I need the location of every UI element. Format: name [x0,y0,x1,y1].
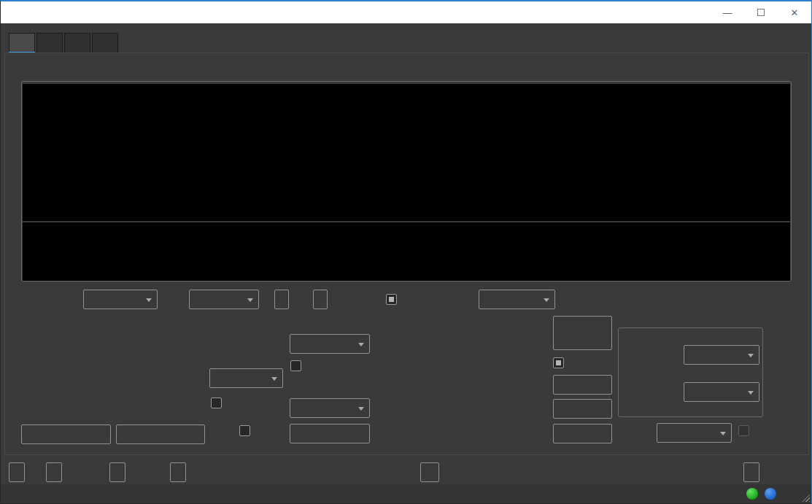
log-button[interactable] [170,462,186,482]
alc-meter [21,373,225,410]
chevron-down-icon [748,391,754,395]
spectrum-plot[interactable] [23,84,790,221]
attenuator-select[interactable] [684,382,759,402]
power-off-button[interactable] [116,424,205,444]
minimize-icon: — [723,7,732,18]
waterfall-canvas[interactable] [41,233,786,269]
enable-wf-checkbox[interactable] [386,294,397,305]
tab-band[interactable] [36,33,63,53]
chevron-down-icon [720,432,726,435]
chevron-down-icon [247,298,253,302]
tab-bar [9,33,120,53]
preamp-select[interactable] [684,345,759,365]
spectrum-chart[interactable] [23,84,790,221]
clear-peaks-button[interactable] [313,290,328,309]
cw-button[interactable] [553,399,612,419]
rit-knob[interactable] [207,417,235,445]
rpt-split-button[interactable] [553,424,612,443]
about-button[interactable] [9,462,25,482]
spectrum-mode-select[interactable] [83,290,158,309]
tuning-knob[interactable] [207,314,261,369]
status-blue-indicator [765,488,776,500]
maximize-icon [757,9,765,16]
receive-filter-select[interactable] [290,398,370,418]
mode-select[interactable] [290,334,370,354]
rit-toggle[interactable] [239,425,255,436]
theme-select[interactable] [479,290,555,309]
rit-checkbox[interactable] [239,425,250,436]
chevron-down-icon [544,298,549,302]
power-on-button[interactable] [21,424,111,444]
tab-view[interactable] [9,33,35,53]
enable-atu-toggle[interactable] [553,357,569,368]
titlebar: — ✕ [1,1,811,23]
resize-grip-icon[interactable] [800,492,810,502]
radio-status-button[interactable] [109,462,125,482]
antenna-rx-toggle [738,425,754,436]
chevron-down-icon [358,407,364,411]
save-settings-button[interactable] [46,462,62,482]
enable-atu-checkbox[interactable] [553,357,564,368]
antenna-rx-checkbox [738,425,749,436]
app-window: — ✕ [0,0,812,504]
span-select[interactable] [189,290,259,309]
close-button[interactable]: ✕ [778,1,811,23]
show-more-button[interactable] [290,424,370,443]
data-mode-toggle[interactable] [290,360,306,371]
antenna-select[interactable] [657,423,732,443]
maximize-button[interactable] [744,1,778,23]
chevron-down-icon [146,298,152,302]
enable-wf-toggle[interactable] [386,294,402,305]
flock-toggle[interactable] [211,398,227,408]
spectrum-groupbox [21,81,792,282]
level-sliders [366,328,554,438]
tuning-step-select[interactable] [209,368,283,388]
waterfall-plot[interactable] [23,222,790,281]
preamp-att-groupbox [618,327,763,417]
s-meter [21,343,225,378]
tofixed-button[interactable] [274,290,289,309]
chevron-down-icon [748,354,754,357]
chevron-down-icon [358,343,364,346]
chevron-down-icon [271,377,277,381]
data-mode-checkbox[interactable] [290,360,301,371]
tab-settings[interactable] [92,33,118,53]
status-bar [1,484,811,503]
tune-button[interactable] [553,375,612,395]
disconnect-button[interactable] [420,462,439,482]
close-icon: ✕ [791,7,799,18]
exit-program-button[interactable] [743,462,759,482]
minimize-button[interactable]: — [711,1,744,23]
flock-checkbox[interactable] [211,398,222,408]
status-green-indicator [746,488,758,500]
transmit-button[interactable] [553,316,612,350]
tab-frequency[interactable] [64,33,90,53]
